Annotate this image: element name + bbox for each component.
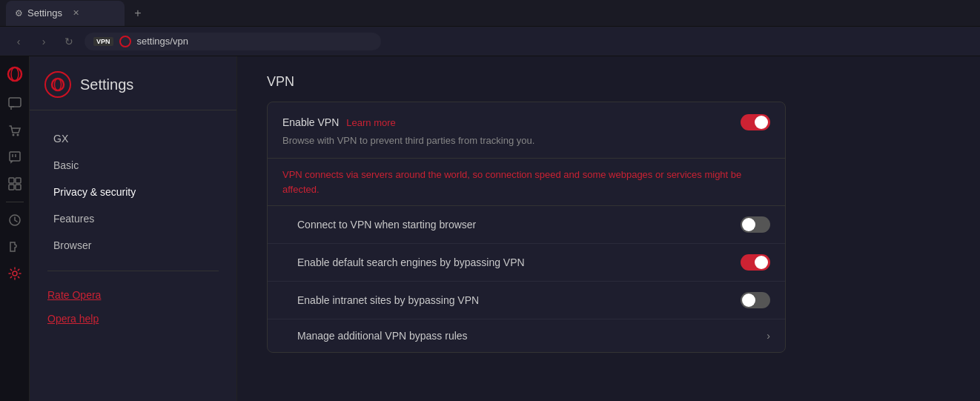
nav-item-browser[interactable]: Browser [36,232,231,259]
vpn-badge: VPN [93,37,113,46]
nav-item-privacy-security[interactable]: Privacy & security [36,179,231,205]
close-tab-button[interactable]: ✕ [73,8,79,18]
learn-more-link[interactable]: Learn more [346,117,395,128]
address-text: settings/vpn [137,36,188,47]
svg-rect-11 [16,185,21,190]
nav-item-gx[interactable]: GX [36,125,231,152]
page-title: Settings [80,76,133,93]
chevron-right-icon: › [767,330,770,342]
tab-title: Settings [27,7,62,19]
vpn-enable-row: Enable VPN Learn more [282,114,770,130]
nav-divider [47,271,219,271]
toggle-knob [755,116,768,129]
vpn-card: Enable VPN Learn more Browse with VPN to… [267,102,786,353]
vpn-option-label-1: Connect to VPN when starting browser [297,219,476,231]
back-button[interactable]: ‹ [9,32,28,51]
svg-point-1 [11,67,19,81]
widget-icon[interactable] [3,172,27,196]
settings-sidebar: Settings GX Basic Privacy & security Fea… [30,56,237,401]
gear-icon: ⚙ [15,8,23,19]
settings-header: Settings [30,56,236,110]
vpn-option-row-3: Enable intranet sites by bypassing VPN [268,282,785,319]
forward-button[interactable]: › [34,32,53,51]
main-layout: Settings GX Basic Privacy & security Fea… [0,56,980,401]
vpn-warning: VPN connects via servers around the worl… [268,159,785,206]
vpn-option-toggle-1[interactable] [741,216,770,233]
nav-bar: ‹ › ↻ VPN settings/vpn [0,27,980,56]
svg-point-14 [52,79,64,90]
rate-opera-link[interactable]: Rate Opera [30,283,236,307]
new-tab-button[interactable]: + [128,3,148,24]
title-bar: ⚙ Settings ✕ + [0,0,980,27]
opera-logo-button[interactable] [3,62,27,86]
opera-icon [119,36,131,47]
vpn-option-label-3: Enable intranet sites by bypassing VPN [297,294,479,306]
svg-point-13 [13,271,17,276]
vpn-description: Browse with VPN to prevent third parties… [282,135,770,146]
opera-help-link[interactable]: Opera help [30,307,236,331]
address-bar[interactable]: VPN settings/vpn [85,33,381,50]
vpn-option-label-2: Enable default search engines by bypassi… [297,256,525,268]
vpn-option-row-4[interactable]: Manage additional VPN bypass rules › [268,319,785,352]
toggle-knob [742,218,755,231]
svg-point-4 [16,134,19,136]
chat-icon[interactable] [3,92,27,116]
nav-item-features[interactable]: Features [36,205,231,232]
shopping-icon[interactable] [3,119,27,142]
nav-item-basic[interactable]: Basic [36,152,231,179]
vpn-option-label-4: Manage additional VPN bypass rules [297,330,468,342]
vpn-enable-section: Enable VPN Learn more Browse with VPN to… [268,102,785,159]
vpn-option-row-2: Enable default search engines by bypassi… [268,244,785,282]
section-title: VPN [267,74,950,90]
svg-rect-5 [10,152,20,161]
settings-tab[interactable]: ⚙ Settings ✕ [6,1,125,26]
svg-point-0 [8,67,21,81]
clock-icon[interactable] [3,208,27,232]
tab-group: ⚙ Settings ✕ + [6,1,148,26]
opera-logo [44,71,71,98]
settings-nav: GX Basic Privacy & security Features Bro… [30,110,236,345]
svg-rect-2 [9,98,21,107]
twitch-icon[interactable] [3,145,27,169]
svg-point-3 [12,134,14,136]
extensions-icon[interactable] [3,235,27,259]
vpn-enable-label: Enable VPN [282,116,339,128]
sidebar-icons [0,56,30,401]
vpn-option-toggle-3[interactable] [741,292,770,308]
svg-rect-8 [9,178,14,183]
settings-icon[interactable] [3,262,27,285]
refresh-button[interactable]: ↻ [59,32,79,51]
divider [6,202,24,202]
svg-rect-9 [16,178,21,183]
svg-rect-10 [9,185,14,190]
enable-vpn-toggle[interactable] [741,114,770,130]
vpn-option-row-1: Connect to VPN when starting browser [268,206,785,244]
vpn-option-toggle-2[interactable] [741,254,770,271]
vpn-enable-left: Enable VPN Learn more [282,116,396,128]
toggle-knob [742,294,755,307]
main-content: VPN Enable VPN Learn more Browse with VP… [237,56,980,401]
toggle-knob [755,256,768,269]
svg-point-15 [55,79,62,90]
